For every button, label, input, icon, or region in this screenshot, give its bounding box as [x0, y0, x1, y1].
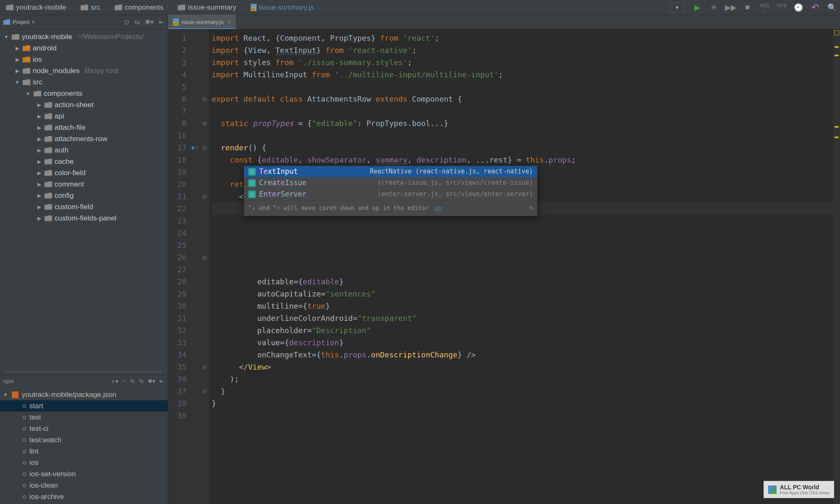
disclosure-triangle-icon[interactable]: ▼: [3, 34, 9, 40]
fold-toggle-icon[interactable]: ⊖: [200, 142, 209, 154]
tree-row[interactable]: ▶android: [1, 42, 168, 54]
splitter[interactable]: [5, 370, 163, 373]
tree-row[interactable]: ▶auth: [1, 144, 168, 156]
tab-issue-summary[interactable]: issue-summary.js ×: [168, 15, 236, 29]
code-line[interactable]: import MultilineInput from '../multiline…: [212, 68, 840, 81]
run-config-dropdown[interactable]: ▾: [670, 3, 685, 13]
npm-script-row[interactable]: ios: [0, 457, 168, 468]
fold-toggle-icon[interactable]: ⊖: [200, 190, 209, 202]
up-arrow-icon[interactable]: ↑: [196, 142, 199, 154]
npm-package-row[interactable]: ▼youtrack-mobile/package.json: [0, 389, 168, 400]
code-line[interactable]: }: [212, 397, 840, 410]
tree-row[interactable]: ▶color-field: [1, 167, 168, 178]
warning-marker[interactable]: [835, 46, 839, 48]
completion-item[interactable]: ⬚EnterServer(enter-server.js, src/views/…: [244, 189, 537, 200]
completion-item[interactable]: ⬚CreateIssue(create-issue.js, src/views/…: [244, 177, 537, 189]
disclosure-triangle-icon[interactable]: ▶: [36, 102, 42, 108]
code-line[interactable]: editable={editable}: [212, 276, 840, 288]
fold-toggle-icon[interactable]: ⊖: [200, 251, 209, 263]
tree-row[interactable]: ▶attach-file: [1, 122, 168, 133]
disclosure-triangle-icon[interactable]: ▶: [36, 170, 42, 176]
code-line[interactable]: [212, 227, 840, 239]
warning-marker[interactable]: [835, 55, 839, 56]
chevron-down-icon[interactable]: ▾: [32, 19, 35, 25]
project-tree[interactable]: ▼youtrack-mobile~/WebstormProjects/▶andr…: [0, 29, 168, 369]
run-icon[interactable]: ▶: [693, 3, 702, 12]
tree-row[interactable]: ▶node_moduleslibrary root: [1, 65, 168, 76]
code-editor[interactable]: 1234567816171819202122232425262728293031…: [168, 29, 840, 504]
warning-marker[interactable]: [835, 136, 839, 138]
fold-toggle-icon[interactable]: ⊖: [200, 385, 209, 397]
gear-icon[interactable]: ✱▾: [148, 378, 155, 384]
tree-row[interactable]: ▶custom-field: [1, 201, 168, 213]
code-line[interactable]: export default class AttachmentsRow exte…: [212, 93, 840, 105]
npm-script-row[interactable]: test-ci: [0, 423, 168, 434]
code-line[interactable]: }: [212, 385, 840, 397]
code-line[interactable]: [212, 251, 840, 263]
disclosure-triangle-icon[interactable]: ▼: [14, 79, 20, 85]
tree-row[interactable]: ▶config: [1, 190, 168, 201]
error-stripe[interactable]: [833, 29, 840, 504]
code-line[interactable]: placeholder="Description": [212, 324, 840, 336]
disclosure-triangle-icon[interactable]: ▶: [36, 147, 42, 153]
hide-icon[interactable]: ⇤: [160, 378, 164, 384]
breadcrumb-item[interactable]: components〉: [112, 3, 175, 13]
disclosure-triangle-icon[interactable]: ▼: [3, 392, 8, 398]
debug-icon[interactable]: ✳: [709, 3, 719, 12]
hide-icon[interactable]: ⇤: [159, 18, 164, 26]
collapse-icon[interactable]: ⊙: [124, 18, 129, 26]
tree-row[interactable]: ▶api: [1, 110, 168, 122]
npm-script-row[interactable]: start: [0, 400, 168, 412]
coverage-icon[interactable]: ▶▶: [726, 3, 735, 12]
npm-script-row[interactable]: ios-clean: [0, 480, 168, 491]
tree-row[interactable]: ▼src: [1, 76, 168, 88]
code-line[interactable]: autoCapitalize="sentences": [212, 288, 840, 300]
pi-icon[interactable]: π: [530, 202, 533, 214]
history-icon[interactable]: 🕘: [794, 3, 803, 12]
code-line[interactable]: );: [212, 373, 840, 385]
code-line[interactable]: value={description}: [212, 336, 840, 349]
disclosure-triangle-icon[interactable]: ▶: [36, 204, 42, 210]
remove-icon[interactable]: −: [123, 378, 126, 384]
code-line[interactable]: import {View, TextInput} from 'react-nat…: [212, 44, 840, 56]
override-gutter-icon[interactable]: ◉: [192, 142, 194, 154]
completion-popup[interactable]: ⬚TextInputReactNative (react-native.js, …: [244, 165, 538, 216]
breadcrumb-item[interactable]: src〉: [78, 3, 111, 13]
tree-row[interactable]: ▶cache: [1, 156, 168, 167]
vcs-commit-icon[interactable]: VCS↑: [777, 3, 786, 12]
hint-link[interactable]: >>: [435, 202, 442, 214]
tree-row[interactable]: ▶action-sheet: [1, 99, 168, 110]
tree-row[interactable]: ▼components: [1, 88, 168, 99]
npm-script-row[interactable]: test: [0, 412, 168, 423]
disclosure-triangle-icon[interactable]: ▶: [14, 68, 20, 74]
code-line[interactable]: const {editable, showSeparator, summary,…: [212, 154, 840, 166]
editor-tabs[interactable]: issue-summary.js ×: [168, 15, 840, 29]
stop-icon[interactable]: ■: [743, 3, 752, 12]
npm-script-row[interactable]: ios-archive: [0, 491, 168, 502]
warning-marker[interactable]: [835, 126, 839, 128]
disclosure-triangle-icon[interactable]: ▶: [36, 159, 42, 165]
scroll-from-source-icon[interactable]: ⇆: [134, 18, 140, 26]
fold-toggle-icon[interactable]: ⊖: [200, 361, 209, 373]
tree-row[interactable]: ▶attachments-row: [1, 133, 168, 144]
code-content[interactable]: import React, {Component, PropTypes} fro…: [209, 29, 840, 504]
code-line[interactable]: [212, 410, 840, 422]
undo-icon[interactable]: ↶: [811, 3, 820, 12]
code-line[interactable]: [212, 263, 840, 276]
disclosure-triangle-icon[interactable]: ▶: [36, 181, 42, 187]
close-icon[interactable]: ×: [228, 18, 231, 25]
npm-tree[interactable]: ▼youtrack-mobile/package.jsonstarttestte…: [0, 387, 168, 504]
code-line[interactable]: </View>: [212, 361, 840, 373]
npm-script-row[interactable]: lint: [0, 446, 168, 457]
vcs-update-icon[interactable]: VCS↓: [760, 3, 769, 12]
code-line[interactable]: [212, 81, 840, 93]
code-line[interactable]: render() {: [212, 142, 840, 154]
code-line[interactable]: underlineColorAndroid="transparent": [212, 312, 840, 324]
disclosure-triangle-icon[interactable]: ▶: [36, 113, 42, 119]
disclosure-triangle-icon[interactable]: ▶: [36, 136, 42, 142]
analysis-status-icon[interactable]: [834, 30, 839, 35]
completion-item[interactable]: ⬚TextInputReactNative (react-native.js, …: [244, 166, 537, 177]
npm-script-row[interactable]: test:watch: [0, 434, 168, 446]
disclosure-triangle-icon[interactable]: ▶: [36, 215, 42, 221]
code-line[interactable]: [212, 239, 840, 251]
